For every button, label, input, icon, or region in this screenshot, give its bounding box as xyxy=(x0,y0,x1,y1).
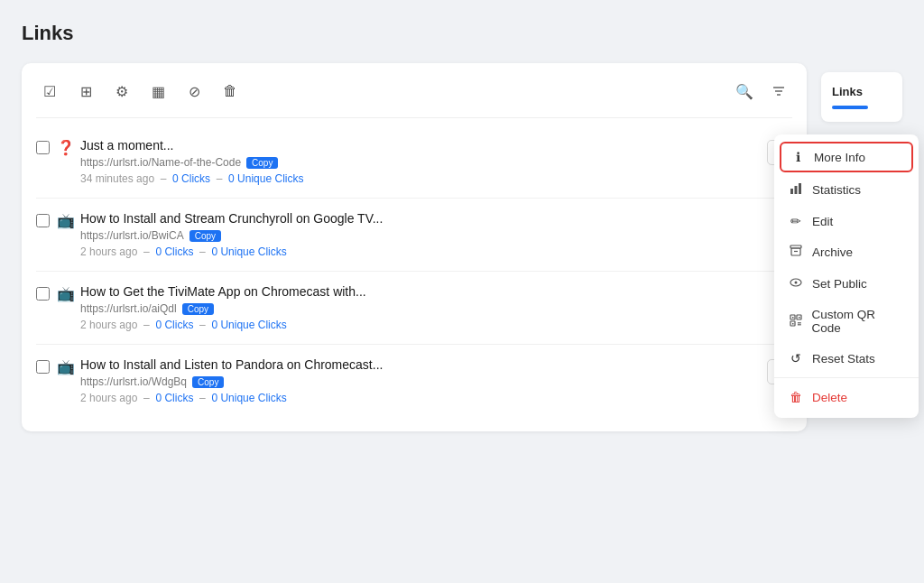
svg-rect-17 xyxy=(798,322,799,324)
dropdown-item-custom-qr[interactable]: Custom QR Code xyxy=(774,300,919,343)
link-left-2: 📺 How to Install and Stream Crunchyroll … xyxy=(36,211,792,258)
checkbox-toolbar-btn[interactable]: ☑ xyxy=(36,78,63,105)
reset-stats-icon: ↺ xyxy=(789,351,803,366)
toolbar: ☑ ⊞ ⚙ ▦ ⊘ 🗑 🔍 xyxy=(36,78,792,118)
link-url-row-2: https://urlsrt.io/BwiCA Copy xyxy=(80,229,792,242)
edit-label: Edit xyxy=(812,215,833,228)
link-content-4: How to Install and Listen to Pandora on … xyxy=(80,357,767,404)
copy-badge-2[interactable]: Copy xyxy=(189,230,221,242)
link-title-1[interactable]: Just a moment... xyxy=(80,138,767,153)
side-panel-title: Links xyxy=(832,85,892,98)
filter-toolbar-btn[interactable] xyxy=(765,78,792,105)
link-left-3: 📺 How to Get the TiviMate App on Chromec… xyxy=(36,284,792,331)
dropdown-item-edit[interactable]: ✏ Edit xyxy=(774,206,919,236)
link-checkbox-4[interactable] xyxy=(36,360,50,374)
settings-toolbar-btn[interactable]: ⚙ xyxy=(108,78,135,105)
set-public-icon xyxy=(789,276,803,292)
svg-rect-14 xyxy=(792,317,794,319)
side-panel-bar xyxy=(832,106,868,109)
svg-rect-15 xyxy=(799,317,800,319)
statistics-icon xyxy=(789,182,803,198)
toolbar-right: 🔍 xyxy=(731,78,792,105)
link-meta-2: 2 hours ago – 0 Clicks – 0 Unique Clicks xyxy=(80,245,792,258)
link-favicon-4: 📺 xyxy=(57,358,73,375)
link-checkbox-1[interactable] xyxy=(36,141,50,154)
statistics-label: Statistics xyxy=(812,183,861,197)
edit-icon: ✏ xyxy=(789,214,803,228)
unique-clicks-link-4[interactable]: 0 Unique Clicks xyxy=(211,392,286,404)
link-url-row-1: https://urlsrt.io/Name-of-the-Code Copy xyxy=(80,156,767,169)
dropdown-menu: ℹ More Info Statistics ✏ Edit xyxy=(774,134,919,418)
dropdown-item-more-info[interactable]: ℹ More Info xyxy=(780,142,913,172)
page-title: Links xyxy=(22,22,902,45)
more-info-label: More Info xyxy=(814,151,865,164)
more-info-icon: ℹ xyxy=(790,150,805,164)
set-public-label: Set Public xyxy=(812,277,867,291)
link-url-1: https://urlsrt.io/Name-of-the-Code xyxy=(80,156,241,169)
reset-stats-label: Reset Stats xyxy=(812,352,875,366)
svg-rect-4 xyxy=(795,186,798,194)
link-meta-1: 34 minutes ago – 0 Clicks – 0 Unique Cli… xyxy=(80,172,767,185)
link-left-4: 📺 How to Install and Listen to Pandora o… xyxy=(36,357,767,404)
delete-icon: 🗑 xyxy=(789,390,803,404)
search-toolbar-btn[interactable]: 🔍 xyxy=(731,78,758,105)
link-title-4[interactable]: How to Install and Listen to Pandora on … xyxy=(80,357,767,372)
dropdown-divider xyxy=(774,377,919,378)
link-url-row-3: https://urlsrt.io/aiQdl Copy xyxy=(80,302,792,315)
link-content-3: How to Get the TiviMate App on Chromecas… xyxy=(80,284,792,331)
svg-rect-16 xyxy=(792,323,794,325)
clicks-link-4[interactable]: 0 Clicks xyxy=(155,392,193,404)
clicks-link-1[interactable]: 0 Clicks xyxy=(172,172,210,185)
archive-toolbar-btn[interactable]: ▦ xyxy=(144,78,171,105)
unique-clicks-link-3[interactable]: 0 Unique Clicks xyxy=(211,319,286,331)
copy-badge-1[interactable]: Copy xyxy=(246,157,278,169)
svg-rect-18 xyxy=(799,324,801,326)
dropdown-item-archive[interactable]: Archive xyxy=(774,236,919,268)
svg-rect-3 xyxy=(790,189,793,194)
dropdown-item-statistics[interactable]: Statistics xyxy=(774,174,919,206)
link-url-2: https://urlsrt.io/BwiCA xyxy=(80,229,184,242)
link-url-row-4: https://urlsrt.io/WdgBq Copy xyxy=(80,375,767,388)
archive-menu-icon xyxy=(789,245,803,260)
link-row-2: 📺 How to Install and Stream Crunchyroll … xyxy=(36,199,792,272)
trash-toolbar-btn[interactable]: 🗑 xyxy=(217,78,244,105)
custom-qr-icon xyxy=(789,314,802,329)
dropdown-item-reset-stats[interactable]: ↺ Reset Stats xyxy=(774,343,919,374)
svg-point-10 xyxy=(795,282,798,284)
clicks-link-2[interactable]: 0 Clicks xyxy=(155,245,193,258)
link-meta-3: 2 hours ago – 0 Clicks – 0 Unique Clicks xyxy=(80,319,792,331)
link-title-3[interactable]: How to Get the TiviMate App on Chromecas… xyxy=(80,284,792,299)
toolbar-left: ☑ ⊞ ⚙ ▦ ⊘ 🗑 xyxy=(36,78,244,105)
custom-qr-label: Custom QR Code xyxy=(811,308,904,335)
svg-rect-5 xyxy=(799,183,801,194)
link-favicon-1: ❓ xyxy=(57,139,73,155)
link-meta-4: 2 hours ago – 0 Clicks – 0 Unique Clicks xyxy=(80,392,767,404)
svg-rect-19 xyxy=(798,324,799,326)
link-checkbox-2[interactable] xyxy=(36,214,50,227)
copy-badge-3[interactable]: Copy xyxy=(182,303,214,315)
clicks-link-3[interactable]: 0 Clicks xyxy=(155,319,193,331)
unique-clicks-link-1[interactable]: 0 Unique Clicks xyxy=(228,172,303,185)
dropdown-item-delete[interactable]: 🗑 Delete xyxy=(774,382,919,412)
svg-rect-20 xyxy=(799,322,801,324)
block-toolbar-btn[interactable]: ⊘ xyxy=(180,78,208,105)
link-left: ❓ Just a moment... https://urlsrt.io/Nam… xyxy=(36,138,767,185)
link-row: ❓ Just a moment... https://urlsrt.io/Nam… xyxy=(36,125,792,199)
delete-label: Delete xyxy=(812,391,847,404)
archive-label: Archive xyxy=(812,245,853,259)
briefcase-toolbar-btn[interactable]: ⊞ xyxy=(72,78,99,105)
unique-clicks-link-2[interactable]: 0 Unique Clicks xyxy=(211,245,286,258)
link-favicon-2: 📺 xyxy=(57,212,73,228)
link-url-4: https://urlsrt.io/WdgBq xyxy=(80,375,187,388)
link-url-3: https://urlsrt.io/aiQdl xyxy=(80,302,177,315)
link-row-3: 📺 How to Get the TiviMate App on Chromec… xyxy=(36,272,792,345)
side-panel: Links xyxy=(821,72,902,122)
link-title-2[interactable]: How to Install and Stream Crunchyroll on… xyxy=(80,211,792,226)
copy-badge-4[interactable]: Copy xyxy=(192,376,224,388)
dropdown-item-set-public[interactable]: Set Public xyxy=(774,268,919,300)
link-checkbox-3[interactable] xyxy=(36,287,50,301)
link-content-2: How to Install and Stream Crunchyroll on… xyxy=(80,211,792,258)
link-content-1: Just a moment... https://urlsrt.io/Name-… xyxy=(80,138,767,185)
link-row-4: 📺 How to Install and Listen to Pandora o… xyxy=(36,345,792,417)
link-favicon-3: 📺 xyxy=(57,285,73,301)
